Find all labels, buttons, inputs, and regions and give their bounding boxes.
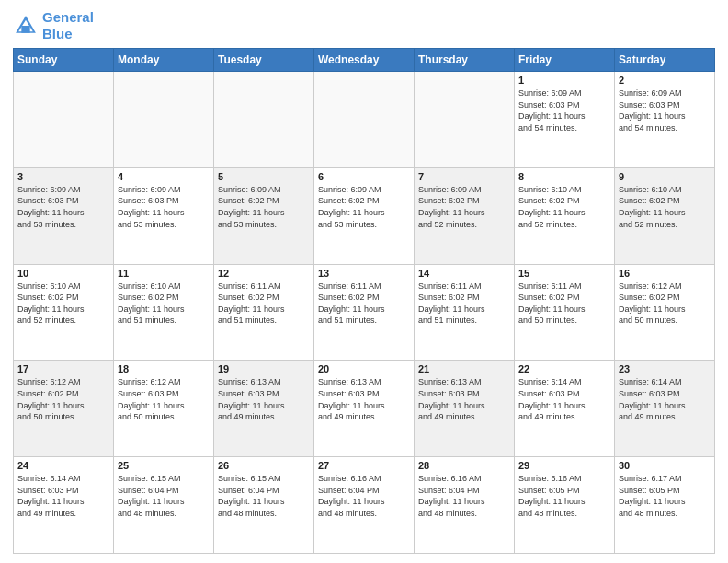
day-info: Sunrise: 6:12 AM Sunset: 6:03 PM Dayligh… xyxy=(118,376,210,422)
day-info: Sunrise: 6:17 AM Sunset: 6:05 PM Dayligh… xyxy=(619,473,711,519)
day-info: Sunrise: 6:11 AM Sunset: 6:02 PM Dayligh… xyxy=(318,281,410,327)
day-info: Sunrise: 6:16 AM Sunset: 6:04 PM Dayligh… xyxy=(418,473,510,519)
day-cell xyxy=(114,72,214,168)
day-number: 24 xyxy=(17,460,109,471)
day-cell: 23Sunrise: 6:14 AM Sunset: 6:03 PM Dayli… xyxy=(615,361,715,457)
day-info: Sunrise: 6:11 AM Sunset: 6:02 PM Dayligh… xyxy=(218,281,310,327)
day-cell: 9Sunrise: 6:10 AM Sunset: 6:02 PM Daylig… xyxy=(615,167,715,264)
weekday-header-friday: Friday xyxy=(515,49,615,72)
week-row-4: 24Sunrise: 6:14 AM Sunset: 6:03 PM Dayli… xyxy=(14,457,715,554)
day-cell: 21Sunrise: 6:13 AM Sunset: 6:03 PM Dayli… xyxy=(415,361,515,457)
day-info: Sunrise: 6:09 AM Sunset: 6:03 PM Dayligh… xyxy=(518,87,610,133)
logo-text: General Blue xyxy=(42,9,94,42)
day-cell: 6Sunrise: 6:09 AM Sunset: 6:02 PM Daylig… xyxy=(314,167,415,264)
day-cell: 4Sunrise: 6:09 AM Sunset: 6:03 PM Daylig… xyxy=(114,167,214,264)
day-number: 21 xyxy=(418,363,510,374)
day-cell: 26Sunrise: 6:15 AM Sunset: 6:04 PM Dayli… xyxy=(214,457,314,554)
day-info: Sunrise: 6:14 AM Sunset: 6:03 PM Dayligh… xyxy=(619,376,711,422)
day-number: 4 xyxy=(118,171,210,182)
day-number: 17 xyxy=(17,363,109,374)
day-cell: 11Sunrise: 6:10 AM Sunset: 6:02 PM Dayli… xyxy=(114,264,214,361)
day-number: 27 xyxy=(318,460,410,471)
weekday-header-sunday: Sunday xyxy=(14,49,114,72)
day-cell: 18Sunrise: 6:12 AM Sunset: 6:03 PM Dayli… xyxy=(114,361,214,457)
day-cell: 2Sunrise: 6:09 AM Sunset: 6:03 PM Daylig… xyxy=(615,72,715,168)
day-info: Sunrise: 6:13 AM Sunset: 6:03 PM Dayligh… xyxy=(318,376,410,422)
day-info: Sunrise: 6:16 AM Sunset: 6:05 PM Dayligh… xyxy=(518,473,610,519)
day-info: Sunrise: 6:14 AM Sunset: 6:03 PM Dayligh… xyxy=(518,376,610,422)
day-cell: 27Sunrise: 6:16 AM Sunset: 6:04 PM Dayli… xyxy=(314,457,415,554)
day-info: Sunrise: 6:10 AM Sunset: 6:02 PM Dayligh… xyxy=(17,281,109,327)
day-number: 14 xyxy=(418,268,510,279)
day-info: Sunrise: 6:15 AM Sunset: 6:04 PM Dayligh… xyxy=(218,473,310,519)
weekday-header-thursday: Thursday xyxy=(415,49,515,72)
day-cell: 20Sunrise: 6:13 AM Sunset: 6:03 PM Dayli… xyxy=(314,361,415,457)
day-info: Sunrise: 6:12 AM Sunset: 6:02 PM Dayligh… xyxy=(619,281,711,327)
weekday-header-saturday: Saturday xyxy=(615,49,715,72)
day-number: 23 xyxy=(619,363,711,374)
week-row-2: 10Sunrise: 6:10 AM Sunset: 6:02 PM Dayli… xyxy=(14,264,715,361)
day-number: 11 xyxy=(118,268,210,279)
day-info: Sunrise: 6:09 AM Sunset: 6:03 PM Dayligh… xyxy=(118,184,210,230)
week-row-3: 17Sunrise: 6:12 AM Sunset: 6:02 PM Dayli… xyxy=(14,361,715,457)
day-cell: 28Sunrise: 6:16 AM Sunset: 6:04 PM Dayli… xyxy=(415,457,515,554)
week-row-0: 1Sunrise: 6:09 AM Sunset: 6:03 PM Daylig… xyxy=(14,72,715,168)
day-number: 3 xyxy=(17,171,109,182)
day-cell: 7Sunrise: 6:09 AM Sunset: 6:02 PM Daylig… xyxy=(415,167,515,264)
day-number: 7 xyxy=(418,171,510,182)
weekday-header-wednesday: Wednesday xyxy=(314,49,415,72)
day-info: Sunrise: 6:09 AM Sunset: 6:03 PM Dayligh… xyxy=(619,87,711,133)
day-cell: 30Sunrise: 6:17 AM Sunset: 6:05 PM Dayli… xyxy=(615,457,715,554)
header: General Blue xyxy=(13,9,715,42)
day-cell xyxy=(14,72,114,168)
day-cell: 8Sunrise: 6:10 AM Sunset: 6:02 PM Daylig… xyxy=(515,167,615,264)
day-number: 5 xyxy=(218,171,310,182)
weekday-header-row: SundayMondayTuesdayWednesdayThursdayFrid… xyxy=(14,49,715,72)
day-number: 25 xyxy=(118,460,210,471)
day-info: Sunrise: 6:09 AM Sunset: 6:03 PM Dayligh… xyxy=(17,184,109,230)
day-number: 19 xyxy=(218,363,310,374)
day-number: 16 xyxy=(619,268,711,279)
day-info: Sunrise: 6:09 AM Sunset: 6:02 PM Dayligh… xyxy=(318,184,410,230)
day-cell: 12Sunrise: 6:11 AM Sunset: 6:02 PM Dayli… xyxy=(214,264,314,361)
day-number: 8 xyxy=(518,171,610,182)
day-cell: 1Sunrise: 6:09 AM Sunset: 6:03 PM Daylig… xyxy=(515,72,615,168)
day-cell: 24Sunrise: 6:14 AM Sunset: 6:03 PM Dayli… xyxy=(14,457,114,554)
weekday-header-tuesday: Tuesday xyxy=(214,49,314,72)
day-info: Sunrise: 6:14 AM Sunset: 6:03 PM Dayligh… xyxy=(17,473,109,519)
day-cell: 10Sunrise: 6:10 AM Sunset: 6:02 PM Dayli… xyxy=(14,264,114,361)
day-cell: 25Sunrise: 6:15 AM Sunset: 6:04 PM Dayli… xyxy=(114,457,214,554)
day-number: 22 xyxy=(518,363,610,374)
day-cell: 14Sunrise: 6:11 AM Sunset: 6:02 PM Dayli… xyxy=(415,264,515,361)
day-number: 30 xyxy=(619,460,711,471)
day-number: 9 xyxy=(619,171,711,182)
day-info: Sunrise: 6:11 AM Sunset: 6:02 PM Dayligh… xyxy=(518,281,610,327)
day-cell: 3Sunrise: 6:09 AM Sunset: 6:03 PM Daylig… xyxy=(14,167,114,264)
day-info: Sunrise: 6:13 AM Sunset: 6:03 PM Dayligh… xyxy=(218,376,310,422)
day-number: 10 xyxy=(17,268,109,279)
day-info: Sunrise: 6:10 AM Sunset: 6:02 PM Dayligh… xyxy=(619,184,711,230)
day-cell: 17Sunrise: 6:12 AM Sunset: 6:02 PM Dayli… xyxy=(14,361,114,457)
day-cell: 5Sunrise: 6:09 AM Sunset: 6:02 PM Daylig… xyxy=(214,167,314,264)
day-info: Sunrise: 6:13 AM Sunset: 6:03 PM Dayligh… xyxy=(418,376,510,422)
calendar-table: SundayMondayTuesdayWednesdayThursdayFrid… xyxy=(13,48,715,554)
day-cell xyxy=(314,72,415,168)
day-info: Sunrise: 6:15 AM Sunset: 6:04 PM Dayligh… xyxy=(118,473,210,519)
page: General Blue SundayMondayTuesdayWednesda… xyxy=(0,0,728,563)
day-info: Sunrise: 6:10 AM Sunset: 6:02 PM Dayligh… xyxy=(518,184,610,230)
logo-icon xyxy=(13,13,39,39)
day-number: 28 xyxy=(418,460,510,471)
day-cell: 15Sunrise: 6:11 AM Sunset: 6:02 PM Dayli… xyxy=(515,264,615,361)
day-cell xyxy=(415,72,515,168)
day-cell: 16Sunrise: 6:12 AM Sunset: 6:02 PM Dayli… xyxy=(615,264,715,361)
day-number: 2 xyxy=(619,75,711,86)
day-number: 6 xyxy=(318,171,410,182)
day-number: 29 xyxy=(518,460,610,471)
day-number: 1 xyxy=(518,75,610,86)
day-info: Sunrise: 6:10 AM Sunset: 6:02 PM Dayligh… xyxy=(118,281,210,327)
svg-rect-2 xyxy=(21,26,29,33)
day-info: Sunrise: 6:16 AM Sunset: 6:04 PM Dayligh… xyxy=(318,473,410,519)
day-info: Sunrise: 6:12 AM Sunset: 6:02 PM Dayligh… xyxy=(17,376,109,422)
day-number: 20 xyxy=(318,363,410,374)
day-number: 18 xyxy=(118,363,210,374)
